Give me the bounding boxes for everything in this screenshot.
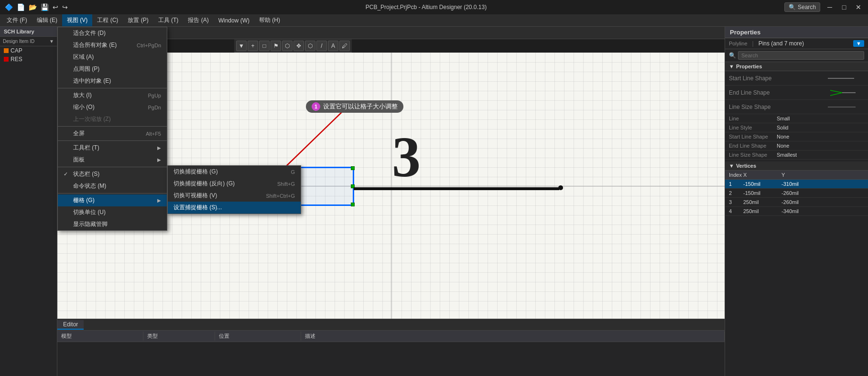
v4-y: -340mil (780, 208, 866, 215)
end-shape-val-row: End Line Shape None (725, 141, 868, 150)
global-search[interactable]: 🔍 Search (784, 2, 820, 12)
vertex-row-3[interactable]: 3 250mil -260mil (725, 198, 868, 207)
maximize-button[interactable]: □ (839, 2, 849, 12)
vertex-row-2[interactable]: 2 -150mil -260mil (725, 189, 868, 198)
menu-tools[interactable]: 工具 (T) (153, 14, 184, 26)
undo-icon[interactable]: ↩ (53, 3, 58, 11)
selection-handle-tr[interactable] (351, 166, 355, 170)
polyline-label: Polyline (729, 41, 748, 46)
vm-label-11: 状态栏 (S) (73, 170, 99, 178)
vh-index: Index (727, 172, 741, 178)
properties-type-row: Polyline | Pins (and 7 more) ▼ (725, 38, 868, 49)
menu-window[interactable]: Window (W) (214, 14, 254, 26)
menu-view[interactable]: 视图 (V) (62, 14, 92, 26)
vertex-row-1[interactable]: 1 -150mil -310mil (725, 180, 868, 189)
menu-place[interactable]: 放置 (P) (123, 14, 153, 26)
vm-label-13: 栅格 (G) (73, 196, 95, 204)
toolbar-add[interactable]: + (248, 41, 258, 51)
titlebar: 🔷 📄 📂 💾 ↩ ↪ PCB_Project.PrjPcb - Altium … (0, 0, 868, 14)
close-button[interactable]: ✕ (854, 2, 863, 12)
end-shape-val-value: None (777, 143, 864, 149)
properties-search-row: 🔍 (725, 49, 868, 62)
vm-zoom-in[interactable]: 放大 (I) PgUp (58, 89, 167, 101)
toolbar-erase[interactable]: ⬡ (305, 41, 315, 51)
vertex-row-4[interactable]: 4 250mil -340mil (725, 207, 868, 216)
lib-item-cap[interactable]: CAP (0, 46, 57, 55)
vm-sep-5 (58, 193, 167, 193)
gsm-toggle-snap[interactable]: 切换捕捉栅格 (G) G (168, 166, 301, 178)
new-icon[interactable]: 📄 (17, 3, 25, 11)
col-position: 位置 (215, 332, 301, 341)
gsm-set-snap[interactable]: 设置捕捉栅格 (S)... (168, 202, 301, 214)
toolbar-filter[interactable]: ▼ (236, 41, 247, 51)
vertices-collapse-icon[interactable]: ▼ (729, 163, 734, 169)
gsm-toggle-snap-rev[interactable]: 切换捕捉栅格 (反向) (G) Shift+G (168, 178, 301, 190)
menu-edit[interactable]: 编辑 (E) (32, 14, 62, 26)
toolbar-text[interactable]: A (328, 41, 338, 51)
toolbar-flag[interactable]: ⚑ (271, 41, 281, 51)
vm-statusbar[interactable]: ✓状态栏 (S) (58, 168, 167, 180)
minimize-button[interactable]: ─ (825, 2, 835, 12)
vm-toolbar[interactable]: 工具栏 (T) ▶ (58, 142, 167, 154)
sort-icon[interactable]: ▼ (49, 39, 54, 44)
type-separator: | (752, 40, 754, 47)
line-label: Line (729, 116, 777, 121)
bottom-table: 模型 类型 位置 描述 (57, 331, 725, 376)
line-end-dot (558, 185, 563, 190)
save-icon[interactable]: 💾 (41, 3, 49, 11)
view-menu: 适合文件 (D) 适合所有对象 (E) Ctrl+PgDn 区域 (A) 点周围… (57, 27, 167, 231)
menu-report[interactable]: 报告 (A) (183, 14, 213, 26)
lib-item-res[interactable]: RES (0, 55, 57, 64)
app-icon: 🔷 (5, 3, 13, 11)
vm-label-9: 工具栏 (T) (73, 144, 99, 152)
line-size-val-label: Line Size Shape (729, 152, 777, 158)
properties-search-input[interactable] (738, 51, 864, 60)
end-line-shape-row: End Line Shape (725, 86, 868, 100)
vm-selected[interactable]: 选中的对象 (E) (58, 75, 167, 87)
vm-fit-all[interactable]: 适合所有对象 (E) Ctrl+PgDn (58, 39, 167, 51)
toolbar-highlight[interactable]: 🖊 (339, 41, 350, 51)
vm-unit[interactable]: 切换单位 (U) (58, 206, 167, 218)
vh-x: X (741, 172, 780, 178)
vertices-table-header: Index X Y (725, 171, 868, 180)
toolbar-select[interactable]: ⬡ (282, 41, 293, 51)
properties-title: Properties (725, 27, 868, 38)
properties-section-header: ▼ Properties (725, 62, 868, 71)
search-label: Search (798, 4, 816, 11)
menu-project[interactable]: 工程 (C) (92, 14, 123, 26)
toolbar-line[interactable]: / (316, 41, 327, 51)
filter-button[interactable]: ▼ (853, 40, 864, 47)
vm-cmdstate[interactable]: 命令状态 (M) (58, 180, 167, 192)
vm-label-3: 点周围 (P) (73, 65, 99, 73)
menu-file[interactable]: 文件 (F) (2, 14, 32, 26)
menu-help[interactable]: 帮助 (H) (254, 14, 285, 26)
line-value: Small (777, 116, 864, 121)
vm-around-point[interactable]: 点周围 (P) (58, 63, 167, 75)
bottom-tab-editor[interactable]: Editor (57, 320, 84, 330)
vm-panel[interactable]: 面板 ▶ (58, 154, 167, 166)
vm-area[interactable]: 区域 (A) (58, 51, 167, 63)
vm-grid[interactable]: 栅格 (G) ▶ (58, 194, 167, 206)
vm-check-11: ✓ (64, 171, 70, 177)
v1-index: 1 (727, 181, 741, 187)
vm-last-zoom[interactable]: 上一次缩放 (Z) (58, 113, 167, 125)
toolbar-move[interactable]: ✥ (293, 41, 304, 51)
vm-fit-file[interactable]: 适合文件 (D) (58, 27, 167, 39)
gsm-shortcut-1: Shift+G (277, 181, 295, 187)
titlebar-left-icons: 🔷 📄 📂 💾 ↩ ↪ (5, 3, 68, 11)
toolbar-rect[interactable]: □ (259, 41, 270, 51)
design-item-header: Design Item ID ▼ (0, 37, 57, 46)
vm-zoom-out[interactable]: 缩小 (O) PgDn (58, 101, 167, 113)
properties-panel: Properties Polyline | Pins (and 7 more) … (725, 27, 868, 376)
v4-index: 4 (727, 208, 741, 215)
vm-fullscreen[interactable]: 全屏 Alt+F5 (58, 128, 167, 140)
open-icon[interactable]: 📂 (29, 3, 37, 11)
vm-label-10: 面板 (73, 156, 85, 164)
selection-handle-br[interactable] (351, 203, 355, 206)
section-collapse-icon[interactable]: ▼ (729, 64, 734, 69)
gsm-toggle-visible[interactable]: 切换可视栅格 (V) Shift+Ctrl+G (168, 190, 301, 202)
redo-icon[interactable]: ↪ (62, 3, 68, 11)
vm-label-15: 显示隐藏管脚 (73, 220, 108, 228)
vm-hidden-pins[interactable]: 显示隐藏管脚 (58, 218, 167, 230)
v4-x: 250mil (741, 208, 780, 215)
